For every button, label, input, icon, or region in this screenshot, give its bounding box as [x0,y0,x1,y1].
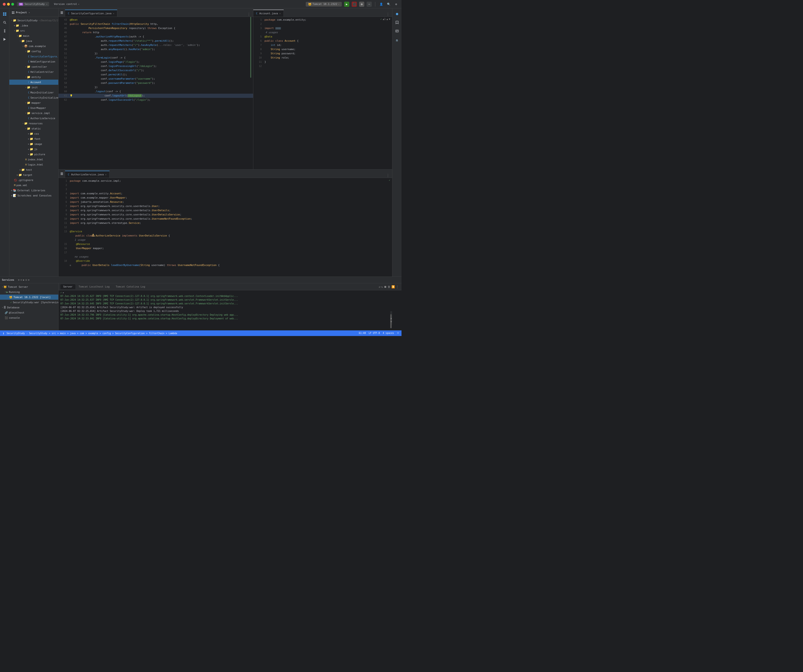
log-content[interactable]: ✓ ▸ 07-Jun-2024 14:32:25.627 INFO [RMI T… [59,290,402,330]
tab-account[interactable]: C Account.java ✕ [253,10,284,16]
tree-item[interactable]: ▾ 📁 main [9,33,58,38]
close-button[interactable] [3,3,6,6]
scroll-icon[interactable]: ⏬ [392,285,395,288]
refresh2-icon[interactable]: ↻ [381,285,383,288]
project-selector[interactable]: SS SecurityStudy ▾ [17,2,49,7]
more-button[interactable]: ⋯ [367,2,372,7]
tree-item[interactable]: 🚫 .gitignore [9,177,58,183]
code-line: 10 String role; [253,56,392,60]
settings-button[interactable]: ⚙ [359,2,364,7]
service-console[interactable]: ⬛ console [0,315,58,320]
tree-item[interactable]: ▶ 📁 font [9,136,58,142]
minimize-button[interactable] [7,3,10,6]
encoding[interactable]: LF UTF-8 [369,332,380,335]
vcs-tool-icon[interactable] [1,27,8,35]
tree-item[interactable]: M pom.xml [9,183,58,188]
tree-item-web-config[interactable]: C WebConfiguration [9,59,58,64]
tree-item[interactable]: ▾ 📁 src [9,28,58,33]
tab-close-icon[interactable]: ✕ [113,12,114,15]
run-tool-icon[interactable] [1,36,8,43]
tree-item[interactable]: ▾ 📁 service.impl [9,111,58,116]
tree-item-user-mapper[interactable]: I UserMapper [9,105,58,111]
tree-item[interactable]: ▾ 📁 entity [9,75,58,80]
stop-icon[interactable]: ⏹ [384,285,387,288]
tree-item[interactable]: ▾ 📁 java [9,38,58,44]
security-config-editor[interactable]: 43 @Bean 44 public SecurityFilterChain f… [59,17,253,169]
service-control-4[interactable]: ⊡ [26,278,27,281]
clear-icon[interactable]: 🗑 [388,285,390,288]
tab-tomcat-catalina[interactable]: Tomcat Catalina Log [113,284,148,289]
notifications-icon[interactable] [393,10,401,18]
tree-item[interactable]: ▶ 📁 css [9,131,58,136]
account-editor[interactable]: ✓ ▲1 ▲ ▼ 1 package com.example.entity; 2 [253,17,392,169]
tree-item[interactable]: ▾ 📁 mapper [9,100,58,105]
svg-rect-11 [13,11,14,12]
palette-icon[interactable]: m [393,37,401,44]
tree-item-scratches[interactable]: ▶ 📝 Scratches and Consoles [9,193,58,198]
code-line: 6 public class Account { [253,39,392,43]
tree-item[interactable]: ▶ 📁 target [9,172,58,177]
tree-item[interactable]: H index.html [9,157,58,162]
service-running[interactable]: ▾ ▶ Running [0,290,58,295]
tab-server[interactable]: Server [60,284,75,289]
tree-item[interactable]: ▶ 📁 image [9,142,58,146]
run-button[interactable]: ▶ [344,2,349,7]
tab-more-button[interactable]: ⋮ [384,12,392,16]
tree-item[interactable]: ▾ 📁 resources [9,121,58,126]
tree-item-hello-controller[interactable]: C HelloController [9,69,58,75]
settings-icon[interactable]: ⚙ [393,2,399,7]
refresh-icon[interactable]: ↺ [379,285,380,288]
service-control-2[interactable]: ⊖ [21,278,22,281]
service-tomcat[interactable]: ▾ 🐱 Tomcat Server [0,284,58,290]
svg-rect-0 [3,12,5,14]
tab-close-icon[interactable]: ✕ [105,173,107,176]
service-security-study[interactable]: ✓ SecurityStudy:war [Synchronized] [0,300,58,305]
vcs-selector[interactable]: Version control ▾ [54,3,80,6]
user-icon[interactable]: 👤 [379,2,384,7]
tree-item[interactable]: ▾ 📁 static [9,126,58,131]
tab-security-config[interactable]: C SecurityConfiguration.java ✕ [65,10,117,16]
tree-item[interactable]: ▶ 📁 js [9,146,58,152]
tab-more-button[interactable]: ⋮ [384,173,392,178]
tree-item[interactable]: ▾ 📁 config [9,49,58,54]
service-localhost[interactable]: 🔗 @localhost [0,310,58,315]
tab-authorize-service[interactable]: C AuthorizeService.java ✕ [65,171,110,178]
search-tool-icon[interactable] [1,19,8,26]
tree-item-main-init[interactable]: C MainInitializer [9,90,58,95]
search-icon[interactable]: 🔍 [386,2,391,7]
service-control-1[interactable]: ⊕ [18,278,20,281]
scroll-down-icon[interactable]: ▼ [390,320,392,323]
project-tool-icon[interactable] [1,10,8,18]
tree-item[interactable]: ▾ 📁 init [9,85,58,90]
service-database[interactable]: ▾ 🗄 Database [0,305,58,310]
more-logs-icon[interactable]: ⋮ [396,285,399,288]
scroll-up-icon[interactable]: ▲ [390,317,392,319]
service-control-3[interactable]: ▶ [23,278,24,281]
service-control-5[interactable]: ⊕ [28,278,29,281]
tree-item[interactable]: ▶ 📁 picture [9,152,58,157]
tree-item-security-config[interactable]: C SecurityConfigura... [9,54,58,59]
service-tomcat-instance[interactable]: ▾ 🐱 Tomcat 10.1.2322 [local] [0,295,58,300]
tree-item-external-libs[interactable]: ▶ 📚 External Libraries [9,188,58,193]
debug-button[interactable]: ⬛ [352,2,357,7]
tab-more-button[interactable]: ⋮ [245,12,253,16]
bookmark-icon[interactable] [393,19,401,26]
tree-item-account[interactable]: C Account [9,80,58,85]
tomcat-selector[interactable]: 🐱 Tomcat 10.1.2322 ▾ [306,2,342,7]
tree-item[interactable]: ▶ 📁 .idea [9,23,58,28]
tree-item[interactable]: ▾ 📦 com.example [9,44,58,49]
tree-item-security-init[interactable]: C SecurityInitializer [9,95,58,100]
tab-tomcat-localhost[interactable]: Tomcat Localhost Log [76,284,112,289]
indent[interactable]: 4 spaces [383,332,394,335]
todo-icon[interactable] [393,27,401,35]
tree-item-authorize-service[interactable]: C AuthorizeService [9,116,58,121]
tree-item[interactable]: ▾ 📁 controller [9,64,58,69]
maximize-button[interactable] [11,3,14,6]
code-line: 7 int id; [253,43,392,47]
tree-root[interactable]: ▾ 📁 SecurityStudy ~/Desktop/CS/JavaEl... [9,18,58,23]
line-col[interactable]: 61:48 [359,332,366,335]
code-line: 50 auth.anyRequest().hasRole("admin"); [59,47,253,52]
tree-item[interactable]: ▶ 📁 test [9,167,58,172]
tree-item[interactable]: H login.html [9,162,58,167]
tab-close-icon[interactable]: ✕ [279,12,281,15]
